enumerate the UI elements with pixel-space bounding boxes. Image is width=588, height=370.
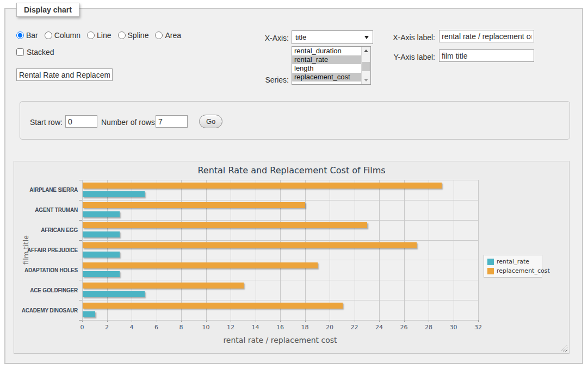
y-axis-tick (79, 280, 82, 280)
fieldset-legend: Display chart (16, 3, 79, 17)
gridline-vertical (404, 180, 405, 320)
gridline-vertical (231, 180, 231, 320)
category-label: ACE GOLDFINGER (14, 287, 78, 293)
series-option-replacement_cost[interactable]: replacement_cost (292, 73, 361, 81)
gridline-vertical (305, 180, 306, 320)
y-axis-tick (79, 260, 82, 260)
scrollbar-track[interactable] (362, 55, 370, 76)
gridline-horizontal (82, 300, 478, 300)
gridline-vertical (157, 180, 157, 320)
gridline-vertical (330, 180, 330, 320)
chart-type-radio-bar[interactable] (16, 32, 24, 39)
category-label: ADAPTATION HOLES (14, 267, 78, 273)
stacked-checkbox[interactable] (16, 48, 24, 56)
bar-rental_rate[interactable] (83, 311, 95, 317)
go-button[interactable]: Go (199, 115, 222, 128)
chart-type-option-bar[interactable]: Bar (16, 31, 38, 40)
series-option-rental_duration[interactable]: rental_duration (292, 47, 361, 55)
bar-rental_rate[interactable] (83, 191, 145, 197)
chart-type-option-spline[interactable]: Spline (118, 31, 149, 40)
bar-rental_rate[interactable] (83, 211, 120, 217)
chart-title: Rental Rate and Replacement Cost of Film… (14, 165, 569, 175)
x-tick-label: 32 (474, 324, 482, 331)
x-axis-tick (478, 320, 479, 322)
category-label: AFRICAN EGG (14, 227, 78, 233)
number-of-rows-input[interactable] (156, 115, 188, 128)
start-row-input[interactable] (65, 115, 97, 128)
x-tick-label: 14 (252, 324, 259, 331)
gridline-vertical (181, 180, 182, 320)
start-row-label: Start row: (30, 118, 63, 127)
bar-replacement_cost[interactable] (83, 283, 244, 289)
x-tick-label: 0 (81, 324, 84, 331)
gridline-horizontal (82, 320, 478, 321)
x-tick-label: 18 (301, 324, 309, 331)
chart-type-radio-spline[interactable] (118, 32, 126, 39)
x-axis-select-label: X-Axis: (245, 34, 289, 42)
legend-label: rental_rate (497, 258, 529, 265)
y-axis-label-input[interactable] (439, 49, 534, 62)
gridline-vertical (132, 180, 132, 320)
gridline-vertical (478, 180, 479, 320)
series-listbox[interactable]: rental_durationrental_ratelengthreplacem… (292, 46, 371, 85)
gridline-vertical (280, 180, 281, 320)
bar-replacement_cost[interactable] (83, 202, 305, 208)
scrollbar-thumb[interactable] (362, 62, 370, 71)
scroll-down-button[interactable] (362, 76, 370, 84)
x-tick-label: 10 (202, 324, 210, 331)
scroll-up-button[interactable] (362, 47, 370, 55)
chart-type-option-column[interactable]: Column (45, 31, 81, 40)
gridline-vertical (454, 180, 454, 320)
resize-handle-icon[interactable] (561, 345, 567, 352)
y-axis-tick (79, 320, 82, 321)
bar-replacement_cost[interactable] (83, 183, 442, 189)
chevron-down-icon (364, 36, 369, 39)
chart-type-label: Line (97, 31, 111, 40)
chart-type-label: Bar (26, 31, 38, 40)
series-scrollbar[interactable] (361, 47, 370, 84)
gridline-horizontal (82, 200, 478, 200)
gridline-vertical (256, 180, 256, 320)
chart-type-radio-line[interactable] (87, 32, 95, 39)
y-axis-tick (79, 300, 82, 300)
chart-type-label: Spline (128, 31, 149, 40)
category-label: ACADEMY DINOSAUR (14, 307, 78, 313)
series-option-length[interactable]: length (292, 64, 361, 73)
page: Display chart BarColumnLineSplineArea St… (0, 0, 588, 370)
chart-type-option-line[interactable]: Line (87, 31, 111, 40)
bar-rental_rate[interactable] (83, 231, 120, 237)
x-tick-label: 28 (425, 324, 432, 331)
bar-replacement_cost[interactable] (83, 222, 367, 228)
gridline-vertical (379, 180, 380, 320)
x-tick-label: 24 (375, 324, 383, 331)
bar-replacement_cost[interactable] (83, 303, 343, 309)
bar-rental_rate[interactable] (83, 252, 120, 258)
gridline-vertical (107, 180, 108, 320)
chart-type-radio-column[interactable] (45, 32, 52, 39)
chart-type-option-area[interactable]: Area (155, 31, 181, 40)
category-label: AGENT TRUMAN (14, 207, 78, 213)
bar-rental_rate[interactable] (83, 291, 145, 297)
series-listbox-label: Series: (245, 76, 289, 84)
bar-rental_rate[interactable] (83, 271, 120, 277)
y-axis-tick (79, 180, 82, 180)
legend-item-replacement_cost[interactable]: replacement_cost (487, 267, 539, 274)
chart-title-input[interactable] (16, 68, 113, 81)
x-tick-label: 22 (351, 324, 358, 331)
chart-type-radio-area[interactable] (155, 32, 163, 39)
x-tick-label: 6 (154, 324, 158, 331)
legend-item-rental_rate[interactable]: rental_rate (487, 258, 539, 265)
x-tick-label: 16 (276, 324, 284, 331)
bar-replacement_cost[interactable] (83, 262, 318, 268)
number-of-rows-label: Number of rows: (101, 118, 157, 127)
x-axis-select[interactable]: title (292, 30, 373, 44)
series-option-rental_rate[interactable]: rental_rate (292, 55, 361, 64)
chart-type-radiogroup: BarColumnLineSplineArea (16, 31, 181, 40)
x-tick-label: 26 (400, 324, 408, 331)
bar-replacement_cost[interactable] (83, 242, 417, 248)
stacked-label: Stacked (27, 48, 54, 57)
y-axis-tick (79, 200, 82, 200)
category-label: AIRPLANE SIERRA (14, 187, 78, 193)
x-axis-label-input[interactable] (439, 30, 534, 42)
stacked-checkbox-row[interactable]: Stacked (16, 48, 54, 57)
